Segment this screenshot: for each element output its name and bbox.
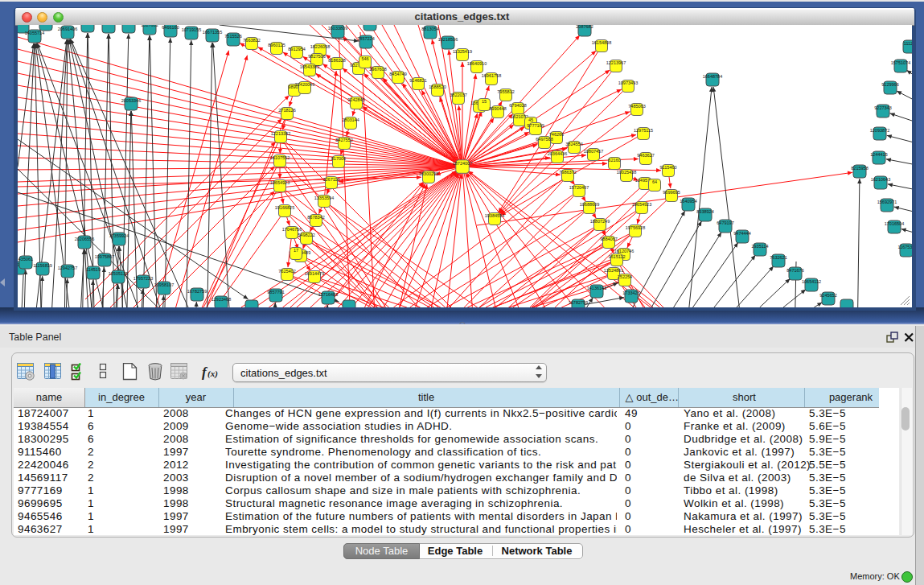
svg-text:17: 17 (294, 248, 298, 253)
svg-text:12975115: 12975115 (634, 128, 653, 133)
svg-text:9777169: 9777169 (527, 123, 544, 128)
svg-text:7515526: 7515526 (224, 34, 241, 39)
svg-text:7625402: 7625402 (278, 269, 295, 274)
svg-text:12923468: 12923468 (211, 297, 231, 302)
svg-text:7857224: 7857224 (357, 36, 374, 41)
svg-text:3822037: 3822037 (450, 93, 466, 97)
svg-text:18640910: 18640910 (467, 61, 487, 66)
svg-text:12942757: 12942757 (58, 266, 77, 270)
svg-text:20364436: 20364436 (548, 151, 567, 156)
svg-text:3824554: 3824554 (565, 142, 582, 146)
svg-text:2967608: 2967608 (369, 67, 386, 72)
svg-text:9884067: 9884067 (600, 237, 617, 241)
svg-text:2935114: 2935114 (751, 244, 768, 249)
svg-text:15716485: 15716485 (318, 292, 338, 297)
svg-text:19654923: 19654923 (270, 180, 290, 185)
svg-text:1527602: 1527602 (141, 23, 158, 27)
svg-text:1167533: 1167533 (897, 245, 914, 249)
svg-text:18724007: 18724007 (453, 161, 472, 166)
svg-text:11325419: 11325419 (453, 49, 472, 54)
svg-text:19756928: 19756928 (626, 225, 645, 230)
svg-text:17046756: 17046756 (282, 227, 302, 232)
svg-text:6466160: 6466160 (162, 25, 179, 30)
svg-text:12505135: 12505135 (109, 271, 128, 276)
svg-text:8471676: 8471676 (786, 268, 803, 273)
svg-text:7632621: 7632621 (770, 255, 786, 260)
svg-text:14136141: 14136141 (587, 286, 606, 290)
svg-text:15751074: 15751074 (891, 60, 910, 65)
svg-text:9227343: 9227343 (874, 105, 891, 110)
svg-text:22420046: 22420046 (295, 82, 314, 87)
svg-text:16154808: 16154808 (592, 40, 611, 45)
svg-text:16782759: 16782759 (187, 289, 207, 294)
svg-text:10688609: 10688609 (580, 202, 599, 207)
svg-text:(x): (x) (207, 369, 218, 379)
svg-text:13353594: 13353594 (314, 196, 334, 200)
svg-text:15720407: 15720407 (569, 185, 589, 190)
svg-text:10654112: 10654112 (802, 279, 821, 284)
svg-text:16961758: 16961758 (482, 73, 501, 78)
svg-text:817006: 817006 (331, 156, 346, 161)
svg-text:10958107: 10958107 (154, 282, 174, 287)
svg-text:10025438: 10025438 (617, 170, 636, 175)
svg-text:8813054: 8813054 (421, 27, 438, 31)
svg-text:19975867: 19975867 (95, 254, 114, 259)
svg-text:9474444: 9474444 (733, 231, 750, 236)
svg-text:10807457: 10807457 (584, 149, 603, 154)
svg-text:9245652: 9245652 (819, 293, 836, 298)
svg-text:7663822: 7663822 (243, 38, 260, 43)
svg-text:2087682: 2087682 (576, 24, 593, 29)
svg-text:114519: 114519 (86, 267, 101, 272)
svg-text:8186328: 8186328 (328, 58, 345, 63)
svg-text:8454749: 8454749 (389, 72, 406, 76)
svg-text:64: 64 (652, 179, 657, 184)
svg-text:546: 546 (361, 56, 368, 61)
svg-text:8427552: 8427552 (335, 138, 352, 142)
svg-text:9827506: 9827506 (308, 54, 325, 59)
svg-text:18807249: 18807249 (590, 219, 610, 224)
svg-text:7986372: 7986372 (559, 170, 576, 175)
svg-text:12213382: 12213382 (271, 131, 290, 136)
svg-text:2718126: 2718126 (278, 108, 295, 113)
svg-text:18300295: 18300295 (419, 171, 438, 176)
svg-text:12093872: 12093872 (870, 128, 889, 133)
svg-text:8990448: 8990448 (489, 106, 506, 111)
svg-text:1640954: 1640954 (680, 199, 696, 204)
svg-text:1588520: 1588520 (429, 84, 446, 89)
svg-text:16210643: 16210643 (871, 177, 890, 182)
svg-text:20053346: 20053346 (121, 98, 141, 103)
svg-text:10973493: 10973493 (618, 80, 638, 85)
svg-text:7485063: 7485063 (628, 104, 645, 109)
svg-text:1615112: 1615112 (608, 254, 625, 259)
svg-text:1733426: 1733426 (622, 290, 639, 295)
svg-text:16671355: 16671355 (203, 30, 222, 35)
svg-text:11156819: 11156819 (33, 263, 52, 268)
svg-text:16033809: 16033809 (328, 26, 347, 31)
svg-text:6794028: 6794028 (509, 103, 526, 108)
svg-text:19384554: 19384554 (485, 213, 504, 218)
svg-text:15692971: 15692971 (877, 200, 897, 204)
svg-text:62160: 62160 (608, 158, 620, 163)
svg-text:2803144: 2803144 (342, 117, 359, 122)
svg-text:16782759: 16782759 (569, 300, 588, 305)
svg-text:15: 15 (482, 99, 487, 104)
svg-text:13524861: 13524861 (604, 268, 623, 273)
svg-text:252254: 252254 (618, 274, 632, 279)
svg-text:8938924: 8938924 (696, 209, 713, 214)
svg-text:9463627: 9463627 (637, 153, 654, 158)
svg-text:18226058: 18226058 (310, 44, 330, 49)
svg-text:9857791: 9857791 (267, 290, 284, 295)
svg-text:20206556: 20206556 (75, 237, 94, 241)
svg-text:9115460: 9115460 (659, 165, 676, 170)
svg-text:6479197: 6479197 (717, 220, 733, 225)
svg-text:45: 45 (528, 117, 533, 122)
svg-text:19218506: 19218506 (438, 37, 458, 42)
svg-text:10655267: 10655267 (119, 21, 138, 26)
svg-text:8678342: 8678342 (307, 215, 324, 220)
svg-text:3267110: 3267110 (322, 177, 339, 182)
svg-text:6497568: 6497568 (536, 137, 552, 142)
svg-text:8912954: 8912954 (288, 47, 305, 51)
svg-text:8960125: 8960125 (268, 43, 285, 47)
svg-text:5498222: 5498222 (298, 233, 314, 237)
svg-text:9129966: 9129966 (881, 82, 898, 87)
